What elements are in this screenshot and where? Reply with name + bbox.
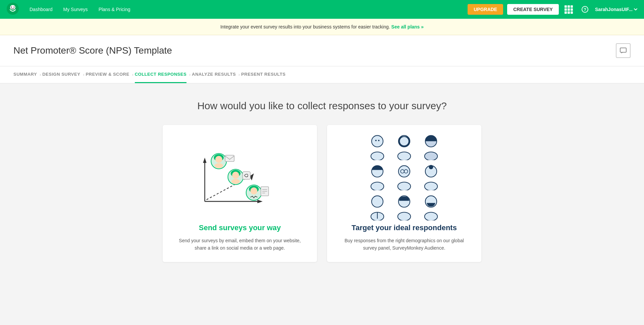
tab-collect-responses[interactable]: COLLECT RESPONSES [135,66,186,83]
svg-point-49 [372,196,383,207]
card-send-surveys[interactable]: Send surveys your way Send your surveys … [163,125,317,262]
feedback-button[interactable] [616,43,631,58]
svg-point-48 [425,182,437,190]
promo-banner: Integrate your event survey results into… [0,19,644,35]
svg-point-20 [232,172,239,179]
banner-link[interactable]: See all plans » [391,24,424,29]
grid-icon [565,5,573,14]
svg-point-33 [378,140,379,141]
svg-point-15 [215,156,222,163]
svg-point-35 [400,137,409,146]
card-left-title: Send surveys your way [176,223,304,232]
arrow-4: › [189,72,191,77]
banner-text: Integrate your event survey results into… [220,24,390,29]
upgrade-button[interactable]: UPGRADE [468,4,503,15]
card-right-title: Target your ideal respondents [340,223,468,232]
avatar-9 [419,194,443,220]
nav-my-surveys[interactable]: My Surveys [59,4,92,15]
svg-point-36 [398,152,411,160]
header-right: UPGRADE CREATE SURVEY ? SarahJonasUIF... [468,3,637,15]
chat-icon [620,47,627,54]
nav-dashboard[interactable]: Dashboard [25,4,57,15]
svg-point-21 [231,179,240,184]
arrow-2: › [83,72,84,77]
tab-preview-score[interactable]: PREVIEW & SCORE [86,66,129,83]
page-title-area: Net Promoter® Score (NPS) Template [0,35,644,66]
chevron-down-icon [634,8,637,10]
svg-point-30 [372,135,383,147]
svg-point-25 [250,187,257,194]
tab-design-survey[interactable]: DESIGN SURVEY [42,66,80,83]
svg-point-53 [398,212,411,220]
svg-point-16 [215,163,223,168]
svg-rect-6 [620,48,626,52]
svg-point-3 [14,7,15,8]
page-title: Net Promoter® Score (NPS) Template [13,45,172,56]
tab-summary[interactable]: SUMMARY [13,66,37,83]
help-icon: ? [582,6,588,13]
svg-marker-10 [257,200,263,203]
svg-text:?: ? [584,7,586,12]
svg-rect-17 [225,155,234,161]
nav-plans-pricing[interactable]: Plans & Pricing [95,4,135,15]
svg-point-38 [425,152,437,160]
header: Dashboard My Surveys Plans & Pricing UPG… [0,0,644,19]
main-content: How would you like to collect responses … [0,83,644,325]
user-name: SarahJonasUIF... [595,7,633,12]
avatar-7 [366,194,389,220]
svg-point-31 [371,152,384,160]
card-right-description: Buy responses from the right demographic… [340,237,468,252]
respondents-grid [366,133,443,220]
cards-container: Send surveys your way Send your surveys … [121,125,523,262]
avatar-4 [366,164,389,190]
avatar-1 [366,133,389,160]
svg-point-40 [371,182,384,190]
svg-point-47 [429,165,433,169]
section-question: How would you like to collect responses … [13,100,631,112]
send-surveys-illustration [176,138,304,215]
card-left-description: Send your surveys by email, embed them o… [176,237,304,252]
avatar-5 [392,164,416,190]
svg-rect-22 [243,172,250,179]
create-survey-button[interactable]: CREATE SURVEY [507,4,559,15]
target-respondents-illustration [340,138,468,215]
help-button[interactable]: ? [579,3,591,15]
tab-analyze-results[interactable]: ANALYZE RESULTS [192,66,236,83]
avatar-8 [392,194,416,220]
step-tabs: SUMMARY › DESIGN SURVEY › PREVIEW & SCOR… [0,66,644,83]
svg-point-45 [398,182,411,190]
avatar-6 [419,164,443,190]
svg-point-32 [375,140,377,141]
apps-grid-button[interactable] [563,3,575,15]
avatar-3 [419,133,443,160]
arrow-3: › [132,72,133,77]
svg-point-2 [11,7,12,8]
svg-point-55 [425,212,437,220]
avatar-2 [392,133,416,160]
svg-marker-9 [203,158,206,163]
arrow-5: › [238,72,240,77]
card-target-respondents[interactable]: Target your ideal respondents Buy respon… [327,125,481,262]
logo[interactable] [7,3,25,16]
user-menu-button[interactable]: SarahJonasUIF... [595,7,637,12]
tab-present-results[interactable]: PRESENT RESULTS [241,66,285,83]
main-nav: Dashboard My Surveys Plans & Pricing [25,4,135,15]
arrow-1: › [40,72,41,77]
